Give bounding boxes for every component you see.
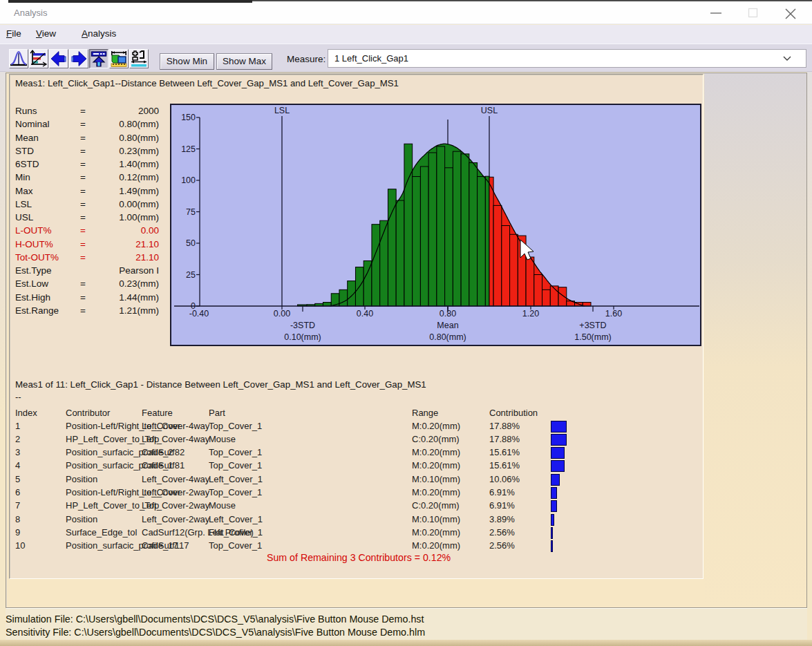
svg-text:1.50(mm): 1.50(mm) xyxy=(574,332,611,342)
svg-text:0.10(mm): 0.10(mm) xyxy=(284,332,321,342)
svg-text:-0.40: -0.40 xyxy=(189,309,209,319)
svg-text:USL: USL xyxy=(481,106,498,115)
svg-text:1.60: 1.60 xyxy=(605,309,622,319)
svg-text:0.00: 0.00 xyxy=(274,309,290,319)
svg-text:+3STD: +3STD xyxy=(579,321,606,330)
svg-text:0.80(mm): 0.80(mm) xyxy=(429,332,466,342)
svg-text:150: 150 xyxy=(181,113,196,122)
svg-text:25: 25 xyxy=(186,270,196,280)
svg-text:Mean: Mean xyxy=(437,321,458,330)
svg-text:75: 75 xyxy=(186,207,196,217)
svg-text:0.40: 0.40 xyxy=(357,309,373,319)
svg-text:125: 125 xyxy=(181,144,196,154)
svg-text:100: 100 xyxy=(181,175,196,185)
svg-text:LSL: LSL xyxy=(274,106,290,115)
svg-text:50: 50 xyxy=(186,238,196,248)
svg-text:-3STD: -3STD xyxy=(290,321,315,330)
svg-text:1.20: 1.20 xyxy=(522,309,539,319)
